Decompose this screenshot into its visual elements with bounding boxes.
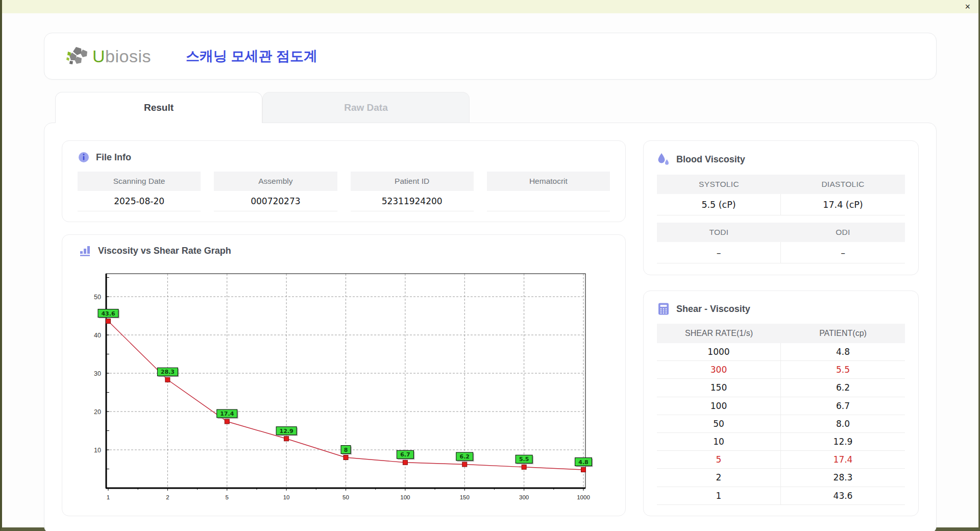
graph-card: Viscosity vs Shear Rate Graph 1020304050… [62, 234, 626, 516]
svg-text:28.3: 28.3 [161, 369, 175, 375]
titlebar: × [2, 0, 978, 13]
bar-chart-icon [79, 244, 92, 257]
todi-value: – [657, 242, 781, 263]
shear-rate-cell: 5 [657, 451, 781, 469]
shear-viscosity-title: Shear - Viscosity [676, 304, 750, 315]
file-info-grid: Scanning Date Assembly Patient ID Hemato… [78, 172, 610, 211]
shear-rate-cell: 50 [657, 415, 781, 433]
svg-text:43.6: 43.6 [101, 310, 115, 317]
table-row: 1 43.6 [657, 487, 905, 505]
patient-cell: 4.8 [781, 343, 905, 361]
svg-text:100: 100 [400, 494, 410, 500]
field-scanning-date-value: 2025-08-20 [78, 191, 201, 211]
patient-cell: 6.7 [781, 397, 905, 415]
odi-label: ODI [781, 223, 905, 242]
file-info-title-row: File Info [78, 151, 610, 163]
systolic-value: 5.5 (cP) [657, 194, 781, 215]
table-row: 5 17.4 [657, 451, 905, 469]
bv-header-row-2: TODI ODI [657, 223, 905, 242]
table-row: 150 6.2 [657, 379, 905, 397]
tab-raw-data[interactable]: Raw Data [262, 92, 470, 123]
graph-title: Viscosity vs Shear Rate Graph [98, 246, 231, 256]
blood-viscosity-card: Blood Viscosity SYSTOLIC DIASTOLIC 5.5 (… [643, 140, 919, 275]
diastolic-value: 17.4 (cP) [781, 194, 905, 215]
droplets-icon [657, 152, 670, 166]
table-row: 2 28.3 [657, 469, 905, 487]
field-hematocrit-value [487, 191, 610, 211]
svg-text:150: 150 [460, 494, 470, 500]
blood-viscosity-title: Blood Viscosity [676, 154, 745, 165]
patient-cell: 28.3 [781, 469, 905, 487]
viscosity-chart: 10203040501251050100150300100043.628.317… [72, 264, 615, 511]
file-info-title: File Info [96, 152, 131, 163]
tab-bar: Result Raw Data [55, 92, 937, 123]
table-row: 100 6.7 [657, 397, 905, 415]
brand-text-u: U [92, 46, 105, 66]
info-icon [78, 151, 90, 163]
result-panel: File Info Scanning Date Assembly Patient… [44, 123, 937, 531]
calculator-icon [657, 302, 670, 316]
svg-text:5.5: 5.5 [519, 456, 529, 463]
svg-text:20: 20 [94, 408, 101, 416]
patient-cell: 12.9 [781, 433, 905, 451]
patient-cell: 8.0 [781, 415, 905, 433]
todi-label: TODI [657, 223, 781, 242]
brand-text-rest: biosis [105, 46, 151, 66]
logo-mark-icon [66, 45, 89, 67]
field-assembly-label: Assembly [214, 172, 337, 191]
svg-text:17.4: 17.4 [220, 411, 234, 417]
bv-header-row-1: SYSTOLIC DIASTOLIC [657, 175, 905, 194]
diastolic-label: DIASTOLIC [781, 175, 905, 194]
svg-text:6.7: 6.7 [400, 451, 410, 458]
field-scanning-date-label: Scanning Date [78, 172, 201, 191]
svg-text:1000: 1000 [577, 494, 590, 500]
patient-cell: 5.5 [781, 361, 905, 379]
table-row: 50 8.0 [657, 415, 905, 433]
bv-value-row-2: – – [657, 242, 905, 263]
right-column: Blood Viscosity SYSTOLIC DIASTOLIC 5.5 (… [643, 140, 919, 516]
left-column: File Info Scanning Date Assembly Patient… [62, 140, 626, 516]
main-content: Ubiosis 스캐닝 모세관 점도계 Result Raw Data [2, 13, 978, 531]
odi-value: – [781, 242, 905, 263]
patient-column-header: PATIENT(cp) [781, 324, 905, 343]
systolic-label: SYSTOLIC [657, 175, 781, 194]
svg-text:300: 300 [519, 494, 529, 500]
svg-text:10: 10 [283, 494, 290, 500]
shear-rate-cell: 2 [657, 469, 781, 487]
svg-text:5: 5 [226, 494, 229, 500]
brand-text: Ubiosis [92, 46, 151, 66]
file-info-card: File Info Scanning Date Assembly Patient… [62, 140, 626, 222]
brand-logo: Ubiosis [66, 45, 151, 67]
table-row: 1000 4.8 [657, 343, 905, 361]
field-patient-id-value: 52311924200 [351, 191, 474, 211]
shear-rate-cell: 1000 [657, 343, 781, 361]
patient-cell: 43.6 [781, 487, 905, 505]
blood-viscosity-grid: SYSTOLIC DIASTOLIC 5.5 (cP) 17.4 (cP) TO… [657, 175, 905, 263]
table-row: 10 12.9 [657, 433, 905, 451]
app-window: × Ubiosis 스캐닝 모세관 점도계 [0, 0, 980, 531]
field-assembly-value: 000720273 [214, 191, 337, 211]
svg-text:6.2: 6.2 [460, 453, 470, 460]
tab-result[interactable]: Result [55, 92, 262, 123]
header-card: Ubiosis 스캐닝 모세관 점도계 [44, 33, 937, 80]
shear-viscosity-title-row: Shear - Viscosity [657, 302, 905, 316]
blood-viscosity-title-row: Blood Viscosity [657, 152, 905, 166]
svg-text:30: 30 [94, 370, 101, 377]
svg-text:8: 8 [344, 447, 348, 453]
svg-text:10: 10 [94, 447, 101, 454]
shear-rate-cell: 300 [657, 361, 781, 379]
field-hematocrit-label: Hematocrit [487, 172, 610, 191]
svg-text:2: 2 [166, 494, 169, 500]
bv-value-row-1: 5.5 (cP) 17.4 (cP) [657, 194, 905, 215]
patient-cell: 17.4 [781, 451, 905, 469]
shear-rate-column-header: SHEAR RATE(1/s) [657, 324, 781, 343]
shear-table-header: SHEAR RATE(1/s) PATIENT(cp) [657, 324, 905, 343]
svg-text:40: 40 [94, 332, 101, 339]
svg-text:4.8: 4.8 [578, 459, 589, 466]
shear-rate-cell: 150 [657, 379, 781, 397]
shear-table: SHEAR RATE(1/s) PATIENT(cp) 1000 4.8 300… [657, 324, 905, 505]
close-icon[interactable]: × [965, 2, 970, 11]
shear-rate-cell: 1 [657, 487, 781, 505]
svg-text:1: 1 [107, 494, 110, 500]
table-row: 300 5.5 [657, 361, 905, 379]
